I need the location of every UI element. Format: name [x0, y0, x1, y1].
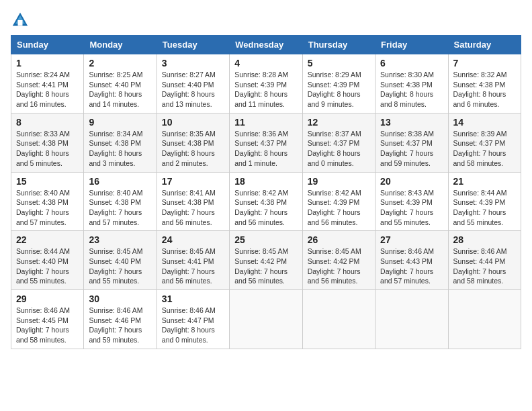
- day-of-week-header: Monday: [84, 36, 157, 54]
- day-number: 30: [89, 293, 151, 304]
- calendar-cell: 14Sunrise: 8:39 AMSunset: 4:37 PMDayligh…: [448, 113, 521, 172]
- days-of-week-row: SundayMondayTuesdayWednesdayThursdayFrid…: [11, 36, 521, 54]
- day-info: Sunrise: 8:44 AMSunset: 4:39 PMDaylight:…: [453, 188, 516, 228]
- calendar-week-row: 22Sunrise: 8:44 AMSunset: 4:40 PMDayligh…: [11, 231, 521, 290]
- day-number: 22: [16, 234, 79, 245]
- calendar-week-row: 15Sunrise: 8:40 AMSunset: 4:38 PMDayligh…: [11, 172, 521, 231]
- day-number: 9: [89, 117, 151, 128]
- calendar-cell: 29Sunrise: 8:46 AMSunset: 4:45 PMDayligh…: [11, 290, 84, 349]
- calendar-cell: 10Sunrise: 8:35 AMSunset: 4:38 PMDayligh…: [157, 113, 229, 172]
- day-number: 20: [380, 176, 443, 187]
- day-number: 21: [453, 176, 516, 187]
- day-info: Sunrise: 8:28 AMSunset: 4:39 PMDaylight:…: [234, 70, 297, 109]
- day-number: 6: [380, 58, 443, 68]
- day-info: Sunrise: 8:46 AMSunset: 4:47 PMDaylight:…: [162, 306, 224, 345]
- day-info: Sunrise: 8:27 AMSunset: 4:40 PMDaylight:…: [162, 70, 224, 109]
- day-number: 1: [16, 58, 79, 68]
- day-number: 14: [453, 117, 516, 128]
- calendar-cell: 13Sunrise: 8:38 AMSunset: 4:37 PMDayligh…: [375, 113, 448, 172]
- day-of-week-header: Tuesday: [157, 36, 229, 54]
- calendar-cell: 25Sunrise: 8:45 AMSunset: 4:42 PMDayligh…: [230, 231, 302, 290]
- calendar-cell: 20Sunrise: 8:43 AMSunset: 4:39 PMDayligh…: [375, 172, 448, 231]
- day-info: Sunrise: 8:45 AMSunset: 4:42 PMDaylight:…: [234, 246, 297, 286]
- day-info: Sunrise: 8:33 AMSunset: 4:38 PMDaylight:…: [16, 129, 79, 169]
- calendar-week-row: 1Sunrise: 8:24 AMSunset: 4:41 PMDaylight…: [11, 54, 521, 113]
- day-number: 31: [162, 293, 224, 304]
- day-info: Sunrise: 8:42 AMSunset: 4:39 PMDaylight:…: [308, 188, 370, 228]
- calendar-cell: 9Sunrise: 8:34 AMSunset: 4:38 PMDaylight…: [84, 113, 157, 172]
- calendar-cell: 8Sunrise: 8:33 AMSunset: 4:38 PMDaylight…: [11, 113, 84, 172]
- calendar-cell: 11Sunrise: 8:36 AMSunset: 4:37 PMDayligh…: [230, 113, 302, 172]
- day-number: 8: [16, 117, 79, 128]
- day-number: 24: [162, 234, 224, 245]
- calendar-table: SundayMondayTuesdayWednesdayThursdayFrid…: [11, 35, 521, 349]
- day-number: 2: [89, 58, 151, 68]
- day-info: Sunrise: 8:45 AMSunset: 4:41 PMDaylight:…: [162, 246, 224, 286]
- calendar-cell: 5Sunrise: 8:29 AMSunset: 4:39 PMDaylight…: [302, 54, 375, 113]
- calendar-cell: 1Sunrise: 8:24 AMSunset: 4:41 PMDaylight…: [11, 54, 84, 113]
- day-info: Sunrise: 8:29 AMSunset: 4:39 PMDaylight:…: [308, 70, 370, 109]
- day-info: Sunrise: 8:45 AMSunset: 4:40 PMDaylight:…: [89, 246, 151, 286]
- day-info: Sunrise: 8:24 AMSunset: 4:41 PMDaylight:…: [16, 70, 79, 109]
- day-info: Sunrise: 8:39 AMSunset: 4:37 PMDaylight:…: [453, 129, 516, 169]
- calendar-cell: [375, 290, 448, 349]
- calendar-cell: 3Sunrise: 8:27 AMSunset: 4:40 PMDaylight…: [157, 54, 229, 113]
- day-number: 15: [16, 176, 79, 187]
- day-number: 13: [380, 117, 443, 128]
- svg-rect-2: [18, 20, 23, 26]
- day-info: Sunrise: 8:46 AMSunset: 4:44 PMDaylight:…: [453, 246, 516, 286]
- day-number: 11: [234, 117, 297, 128]
- day-number: 25: [234, 234, 297, 245]
- day-info: Sunrise: 8:30 AMSunset: 4:38 PMDaylight:…: [380, 70, 443, 109]
- logo: [11, 11, 32, 30]
- day-info: Sunrise: 8:40 AMSunset: 4:38 PMDaylight:…: [89, 188, 151, 228]
- day-info: Sunrise: 8:46 AMSunset: 4:46 PMDaylight:…: [89, 306, 151, 345]
- day-number: 5: [308, 58, 370, 68]
- calendar-cell: 28Sunrise: 8:46 AMSunset: 4:44 PMDayligh…: [448, 231, 521, 290]
- day-number: 3: [162, 58, 224, 68]
- day-of-week-header: Thursday: [302, 36, 375, 54]
- calendar-cell: 12Sunrise: 8:37 AMSunset: 4:37 PMDayligh…: [302, 113, 375, 172]
- day-number: 19: [308, 176, 370, 187]
- day-number: 16: [89, 176, 151, 187]
- day-info: Sunrise: 8:43 AMSunset: 4:39 PMDaylight:…: [380, 188, 443, 228]
- calendar-cell: 27Sunrise: 8:46 AMSunset: 4:43 PMDayligh…: [375, 231, 448, 290]
- calendar-cell: 21Sunrise: 8:44 AMSunset: 4:39 PMDayligh…: [448, 172, 521, 231]
- calendar-cell: 22Sunrise: 8:44 AMSunset: 4:40 PMDayligh…: [11, 231, 84, 290]
- calendar-cell: 7Sunrise: 8:32 AMSunset: 4:38 PMDaylight…: [448, 54, 521, 113]
- day-info: Sunrise: 8:37 AMSunset: 4:37 PMDaylight:…: [308, 129, 370, 169]
- calendar-cell: 19Sunrise: 8:42 AMSunset: 4:39 PMDayligh…: [302, 172, 375, 231]
- calendar-cell: [448, 290, 521, 349]
- calendar-cell: 26Sunrise: 8:45 AMSunset: 4:42 PMDayligh…: [302, 231, 375, 290]
- day-info: Sunrise: 8:36 AMSunset: 4:37 PMDaylight:…: [234, 129, 297, 169]
- day-number: 18: [234, 176, 297, 187]
- day-number: 10: [162, 117, 224, 128]
- calendar-cell: [230, 290, 302, 349]
- day-info: Sunrise: 8:46 AMSunset: 4:45 PMDaylight:…: [16, 306, 79, 345]
- calendar-week-row: 29Sunrise: 8:46 AMSunset: 4:45 PMDayligh…: [11, 290, 521, 349]
- calendar-cell: [302, 290, 375, 349]
- day-number: 29: [16, 293, 79, 304]
- calendar-cell: 31Sunrise: 8:46 AMSunset: 4:47 PMDayligh…: [157, 290, 229, 349]
- day-info: Sunrise: 8:25 AMSunset: 4:40 PMDaylight:…: [89, 70, 151, 109]
- calendar-cell: 16Sunrise: 8:40 AMSunset: 4:38 PMDayligh…: [84, 172, 157, 231]
- day-number: 7: [453, 58, 516, 68]
- day-info: Sunrise: 8:40 AMSunset: 4:38 PMDaylight:…: [16, 188, 79, 228]
- day-number: 28: [453, 234, 516, 245]
- day-number: 4: [234, 58, 297, 68]
- day-info: Sunrise: 8:38 AMSunset: 4:37 PMDaylight:…: [380, 129, 443, 169]
- calendar-cell: 4Sunrise: 8:28 AMSunset: 4:39 PMDaylight…: [230, 54, 302, 113]
- day-info: Sunrise: 8:32 AMSunset: 4:38 PMDaylight:…: [453, 70, 516, 109]
- calendar-cell: 24Sunrise: 8:45 AMSunset: 4:41 PMDayligh…: [157, 231, 229, 290]
- calendar-header: SundayMondayTuesdayWednesdayThursdayFrid…: [11, 36, 521, 54]
- day-info: Sunrise: 8:41 AMSunset: 4:38 PMDaylight:…: [162, 188, 224, 228]
- day-number: 12: [308, 117, 370, 128]
- day-info: Sunrise: 8:44 AMSunset: 4:40 PMDaylight:…: [16, 246, 79, 286]
- day-info: Sunrise: 8:34 AMSunset: 4:38 PMDaylight:…: [89, 129, 151, 169]
- day-number: 27: [380, 234, 443, 245]
- calendar-cell: 2Sunrise: 8:25 AMSunset: 4:40 PMDaylight…: [84, 54, 157, 113]
- day-number: 26: [308, 234, 370, 245]
- day-of-week-header: Friday: [375, 36, 448, 54]
- calendar-cell: 30Sunrise: 8:46 AMSunset: 4:46 PMDayligh…: [84, 290, 157, 349]
- calendar-cell: 18Sunrise: 8:42 AMSunset: 4:38 PMDayligh…: [230, 172, 302, 231]
